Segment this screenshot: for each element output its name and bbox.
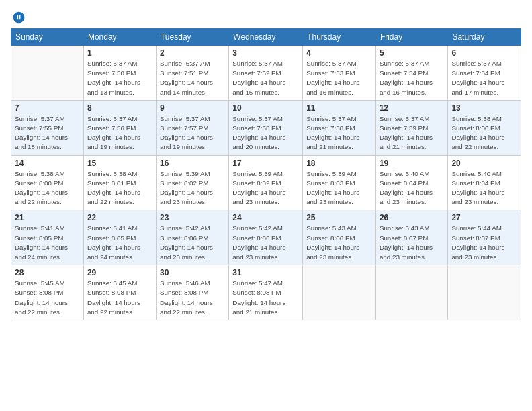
day-info: Sunrise: 5:37 AMSunset: 7:52 PMDaylight:… [232, 59, 299, 97]
calendar-week-row: 7Sunrise: 5:37 AMSunset: 7:55 PMDaylight… [11, 100, 521, 155]
day-number: 30 [160, 268, 225, 277]
day-info: Sunrise: 5:37 AMSunset: 7:58 PMDaylight:… [306, 114, 372, 152]
day-info: Sunrise: 5:47 AMSunset: 8:08 PMDaylight:… [232, 279, 299, 317]
calendar-cell: 30Sunrise: 5:46 AMSunset: 8:08 PMDayligh… [156, 265, 228, 320]
calendar-cell: 25Sunrise: 5:43 AMSunset: 8:06 PMDayligh… [303, 210, 376, 265]
day-info: Sunrise: 5:41 AMSunset: 8:05 PMDaylight:… [87, 224, 152, 262]
calendar-table: SundayMondayTuesdayWednesdayThursdayFrid… [11, 28, 521, 320]
logo-icon [12, 11, 26, 24]
calendar-cell: 6Sunrise: 5:37 AMSunset: 7:54 PMDaylight… [448, 46, 521, 101]
day-info: Sunrise: 5:37 AMSunset: 7:51 PMDaylight:… [160, 59, 225, 97]
col-header-thursday: Thursday [303, 29, 376, 46]
col-header-friday: Friday [375, 29, 448, 46]
day-info: Sunrise: 5:39 AMSunset: 8:02 PMDaylight:… [232, 169, 299, 208]
calendar-cell: 31Sunrise: 5:47 AMSunset: 8:08 PMDayligh… [229, 265, 303, 320]
col-header-wednesday: Wednesday [229, 29, 303, 46]
day-info: Sunrise: 5:44 AMSunset: 8:07 PMDaylight:… [451, 224, 517, 262]
day-info: Sunrise: 5:45 AMSunset: 8:08 PMDaylight:… [15, 279, 80, 317]
day-info: Sunrise: 5:43 AMSunset: 8:07 PMDaylight:… [380, 224, 445, 262]
day-number: 7 [15, 103, 80, 113]
calendar-cell: 14Sunrise: 5:38 AMSunset: 8:00 PMDayligh… [11, 155, 84, 210]
calendar-cell: 8Sunrise: 5:37 AMSunset: 7:56 PMDaylight… [83, 100, 156, 155]
day-info: Sunrise: 5:37 AMSunset: 7:54 PMDaylight:… [451, 59, 517, 97]
day-number: 1 [87, 48, 152, 58]
calendar-cell: 7Sunrise: 5:37 AMSunset: 7:55 PMDaylight… [11, 100, 84, 155]
logo [11, 11, 26, 24]
day-number: 27 [451, 213, 517, 222]
calendar-week-row: 28Sunrise: 5:45 AMSunset: 8:08 PMDayligh… [11, 265, 521, 320]
calendar-cell: 29Sunrise: 5:45 AMSunset: 8:08 PMDayligh… [83, 265, 156, 320]
day-number: 13 [451, 103, 517, 113]
calendar-cell: 20Sunrise: 5:40 AMSunset: 8:04 PMDayligh… [448, 155, 521, 210]
day-number: 29 [87, 268, 152, 277]
day-number: 12 [380, 103, 445, 113]
day-info: Sunrise: 5:38 AMSunset: 8:01 PMDaylight:… [87, 169, 152, 208]
calendar-cell: 11Sunrise: 5:37 AMSunset: 7:58 PMDayligh… [303, 100, 376, 155]
day-number: 8 [87, 103, 152, 113]
calendar-cell: 21Sunrise: 5:41 AMSunset: 8:05 PMDayligh… [11, 210, 84, 265]
day-number: 2 [160, 48, 225, 58]
day-number: 26 [380, 213, 445, 222]
day-number: 28 [15, 268, 80, 277]
day-number: 23 [160, 213, 225, 222]
day-info: Sunrise: 5:37 AMSunset: 7:56 PMDaylight:… [87, 114, 152, 152]
calendar-cell: 2Sunrise: 5:37 AMSunset: 7:51 PMDaylight… [156, 46, 228, 101]
calendar-cell: 15Sunrise: 5:38 AMSunset: 8:01 PMDayligh… [83, 155, 156, 210]
day-info: Sunrise: 5:37 AMSunset: 7:58 PMDaylight:… [232, 114, 299, 152]
day-info: Sunrise: 5:40 AMSunset: 8:04 PMDaylight:… [451, 169, 517, 208]
day-number: 5 [380, 48, 445, 58]
col-header-tuesday: Tuesday [156, 29, 228, 46]
day-info: Sunrise: 5:38 AMSunset: 8:00 PMDaylight:… [15, 169, 80, 208]
day-number: 16 [160, 158, 225, 168]
col-header-sunday: Sunday [11, 29, 84, 46]
day-number: 3 [232, 48, 299, 58]
calendar-header-row: SundayMondayTuesdayWednesdayThursdayFrid… [11, 29, 521, 46]
day-info: Sunrise: 5:37 AMSunset: 7:57 PMDaylight:… [160, 114, 225, 152]
calendar-week-row: 1Sunrise: 5:37 AMSunset: 7:50 PMDaylight… [11, 46, 521, 101]
calendar-cell: 1Sunrise: 5:37 AMSunset: 7:50 PMDaylight… [83, 46, 156, 101]
day-info: Sunrise: 5:39 AMSunset: 8:03 PMDaylight:… [306, 169, 372, 208]
day-info: Sunrise: 5:41 AMSunset: 8:05 PMDaylight:… [15, 224, 80, 262]
day-info: Sunrise: 5:42 AMSunset: 8:06 PMDaylight:… [160, 224, 225, 262]
col-header-saturday: Saturday [448, 29, 521, 46]
day-info: Sunrise: 5:42 AMSunset: 8:06 PMDaylight:… [232, 224, 299, 262]
calendar-cell: 16Sunrise: 5:39 AMSunset: 8:02 PMDayligh… [156, 155, 228, 210]
calendar-cell: 28Sunrise: 5:45 AMSunset: 8:08 PMDayligh… [11, 265, 84, 320]
calendar-cell: 19Sunrise: 5:40 AMSunset: 8:04 PMDayligh… [375, 155, 448, 210]
calendar-cell: 23Sunrise: 5:42 AMSunset: 8:06 PMDayligh… [156, 210, 228, 265]
day-info: Sunrise: 5:37 AMSunset: 7:59 PMDaylight:… [380, 114, 445, 152]
day-number: 31 [232, 268, 299, 277]
day-info: Sunrise: 5:46 AMSunset: 8:08 PMDaylight:… [160, 279, 225, 317]
day-number: 22 [87, 213, 152, 222]
calendar-week-row: 14Sunrise: 5:38 AMSunset: 8:00 PMDayligh… [11, 155, 521, 210]
day-number: 24 [232, 213, 299, 222]
day-number: 25 [306, 213, 372, 222]
calendar-week-row: 21Sunrise: 5:41 AMSunset: 8:05 PMDayligh… [11, 210, 521, 265]
day-number: 21 [15, 213, 80, 222]
calendar-cell [375, 265, 448, 320]
calendar-cell: 17Sunrise: 5:39 AMSunset: 8:02 PMDayligh… [229, 155, 303, 210]
day-number: 10 [232, 103, 299, 113]
page-container: SundayMondayTuesdayWednesdayThursdayFrid… [0, 0, 532, 326]
day-number: 14 [15, 158, 80, 168]
day-number: 4 [306, 48, 372, 58]
calendar-cell: 3Sunrise: 5:37 AMSunset: 7:52 PMDaylight… [229, 46, 303, 101]
day-number: 11 [306, 103, 372, 113]
calendar-cell: 9Sunrise: 5:37 AMSunset: 7:57 PMDaylight… [156, 100, 228, 155]
calendar-cell: 24Sunrise: 5:42 AMSunset: 8:06 PMDayligh… [229, 210, 303, 265]
header [11, 8, 521, 24]
calendar-cell: 22Sunrise: 5:41 AMSunset: 8:05 PMDayligh… [83, 210, 156, 265]
day-number: 15 [87, 158, 152, 168]
day-info: Sunrise: 5:37 AMSunset: 7:53 PMDaylight:… [306, 59, 372, 97]
calendar-cell: 4Sunrise: 5:37 AMSunset: 7:53 PMDaylight… [303, 46, 376, 101]
day-info: Sunrise: 5:37 AMSunset: 7:54 PMDaylight:… [380, 59, 445, 97]
day-number: 18 [306, 158, 372, 168]
day-number: 19 [380, 158, 445, 168]
day-number: 6 [451, 48, 517, 58]
day-info: Sunrise: 5:43 AMSunset: 8:06 PMDaylight:… [306, 224, 372, 262]
calendar-cell [448, 265, 521, 320]
col-header-monday: Monday [83, 29, 156, 46]
calendar-cell: 5Sunrise: 5:37 AMSunset: 7:54 PMDaylight… [375, 46, 448, 101]
calendar-cell: 12Sunrise: 5:37 AMSunset: 7:59 PMDayligh… [375, 100, 448, 155]
calendar-cell: 26Sunrise: 5:43 AMSunset: 8:07 PMDayligh… [375, 210, 448, 265]
